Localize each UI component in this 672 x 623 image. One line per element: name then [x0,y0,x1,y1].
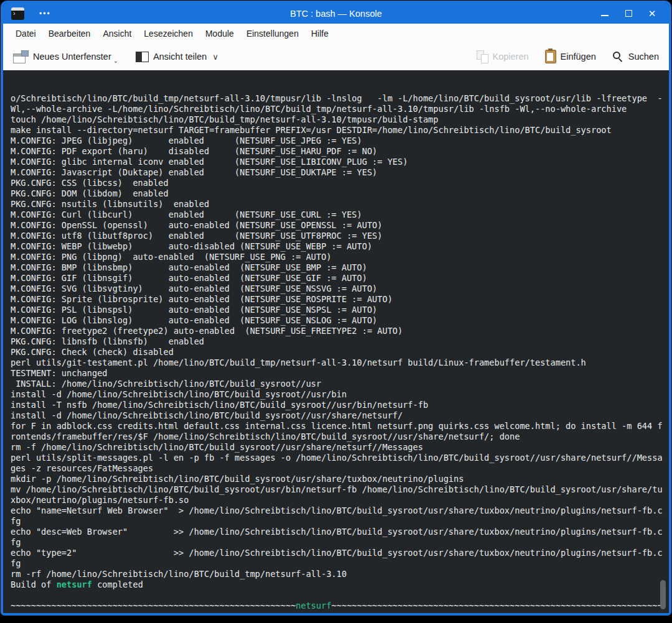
terminal-line: M.CONFIG: freetype2 (freetype2) auto-ena… [11,326,669,336]
terminal-line: PKG.CNFG: CSS (libcss) enabled [11,178,669,188]
terminal-line: Build of netsurf completed [11,579,669,590]
menu-item-bearbeiten[interactable]: Bearbeiten [42,25,97,42]
minimize-button[interactable] [598,7,612,21]
menu-item-hilfe[interactable]: Hilfe [305,25,335,42]
close-button[interactable]: ✕ [645,7,659,21]
terminal-line: M.CONFIG: Javascript (Duktape) enabled (… [11,167,669,178]
window-title: BTC : bash — Konsole [3,9,669,19]
menu-item-module[interactable]: Module [199,25,240,42]
terminal-line: ~~~~~~~~~~~~~~~~~~~~~~~~~~~~~~~~~~~~~~~~… [11,601,669,611]
terminal-line: rm -f /home/lino/Schreibtisch/lino/BTC/b… [11,442,669,453]
terminal-line: M.CONFIG: WEBP (libwebp) auto-disabled (… [11,241,669,252]
split-view-label: Ansicht teilen [153,52,207,62]
new-tab-button[interactable]: Neues Unterfenster ⌄ [13,50,118,64]
terminal-line: rm -rf /home/lino/Schreibtisch/lino/BTC/… [11,569,669,579]
terminal-line: install -d /home/lino/Schreibtisch/lino/… [11,410,669,421]
overflow-menu-icon[interactable]: ••• [39,9,51,18]
terminal-line: install -T nsfb /home/lino/Schreibtisch/… [11,400,669,410]
terminal-line: install -d /home/lino/Schreibtisch/lino/… [11,389,669,400]
terminal-line: PKG.CNFG: libnsfb (libnsfb) enabled [11,336,669,347]
terminal-line: M.CONFIG: BMP (libnsbmp) auto-enabled (N… [11,262,669,273]
terminal-line [11,611,669,613]
close-icon: ✕ [648,9,656,18]
paste-button[interactable]: Einfügen [545,50,596,63]
title-bar[interactable]: ••• BTC : bash — Konsole ✕ [3,3,669,24]
terminal-line: fg [11,537,669,548]
search-button[interactable]: Suchen [612,51,659,63]
terminal-line: M.CONFIG: PNG (libpng) auto-enabled (NET… [11,252,669,262]
terminal-line: M.CONFIG: SVG (libsvgtiny) auto-enabled … [11,284,669,294]
menu-bar: DateiBearbeitenAnsichtLesezeichenModuleE… [3,24,669,43]
terminal-line: o/Schreibtisch/lino/BTC/build_tmp/netsur… [11,93,669,104]
copy-label: Kopieren [493,52,529,62]
terminal-line: PKG.CNFG: DOM (libdom) enabled [11,188,669,199]
konsole-window: ••• BTC : bash — Konsole ✕ DateiBearbeit… [1,1,671,616]
menu-item-einstellungen[interactable]: Einstellungen [240,25,305,42]
terminal-line: M.CONFIG: PSL (libnspsl) auto-enabled (N… [11,305,669,315]
terminal-line: PKG.CNFG: Check (check) disabled [11,347,669,358]
terminal-line: M.CONFIG: OpenSSL (openssl) auto-enabled… [11,220,669,231]
terminal-line: rontends/framebuffer/res/$F /home/lino/S… [11,431,669,442]
terminal-line: M.CONFIG: LOG (libnslog) auto-enabled (N… [11,315,669,326]
terminal-output[interactable]: o/Schreibtisch/lino/BTC/build_tmp/netsur… [3,70,669,613]
terminal-lines: o/Schreibtisch/lino/BTC/build_tmp/netsur… [11,93,669,613]
terminal-line: INSTALL: /home/lino/Schreibtisch/lino/BT… [11,379,669,389]
terminal-line: touch /home/lino/Schreibtisch/lino/BTC/b… [11,114,669,125]
terminal-line [11,590,669,601]
terminal-line: for F in adblock.css credits.html defaul… [11,421,669,431]
scrollbar-handle[interactable] [660,580,666,609]
copy-button[interactable]: Kopieren [477,50,529,63]
terminal-line: M.CONFIG: PDF export (haru) disabled (NE… [11,146,669,157]
terminal-line: PKG.CNFG: nsutils (libnsutils) enabled [11,199,669,210]
terminal-line: Wl,--whole-archive -L/home/lino/Schreibt… [11,104,669,114]
terminal-line: M.CONFIG: Sprite (librosprite) auto-enab… [11,294,669,305]
paste-label: Einfügen [561,52,596,62]
terminal-line: M.CONFIG: Curl (libcurl) enabled (NETSUR… [11,210,669,220]
terminal-line: fg [11,558,669,569]
menu-item-ansicht[interactable]: Ansicht [96,25,138,42]
split-view-icon [136,52,149,62]
menu-item-datei[interactable]: Datei [9,25,42,42]
terminal-line: M.CONFIG: utf8 (libutf8proc) enabled (NE… [11,231,669,241]
terminal-line: fg [11,516,669,527]
copy-icon [477,50,488,63]
terminal-line: TESTMENT: unchanged [11,368,669,379]
terminal-line: perl utils/git-testament.pl /home/lino/B… [11,358,669,368]
terminal-line: M.CONFIG: GIF (libnsgif) auto-enabled (N… [11,273,669,284]
terminal-line: xbox/neutrino/plugins/netsurf-fb.so [11,495,669,505]
paste-icon [545,50,556,63]
toolbar: Neues Unterfenster ⌄ Ansicht teilen ∨ Ko… [3,43,669,70]
terminal-line: mkdir -p /home/lino/Schreibtisch/lino/BT… [11,474,669,484]
terminal-line: echo "desc=Web Browser" >> /home/lino/Sc… [11,527,669,537]
chevron-down-icon: ∨ [212,52,218,62]
maximize-button[interactable] [622,7,635,21]
caret-down-icon: ⌄ [113,57,118,64]
maximize-icon [625,10,632,17]
terminal-line: echo "name=Netsurf Web Browser" > /home/… [11,505,669,516]
terminal-line: M.CONFIG: glibc internal iconv enabled (… [11,157,669,167]
terminal-line: ges -z resources/FatMessages [11,463,669,474]
terminal-line: mv /home/lino/Schreibtisch/lino/BTC/buil… [11,484,669,495]
new-tab-label: Neues Unterfenster [33,52,111,62]
terminal-line: M.CONFIG: JPEG (libjpeg) enabled (NETSUR… [11,136,669,146]
split-view-button[interactable]: Ansicht teilen ∨ [136,52,218,62]
minimize-icon [601,15,609,16]
search-label: Suchen [628,52,659,62]
konsole-app-icon [11,7,24,20]
terminal-line: perl utils/split-messages.pl -l en -p fb… [11,453,669,463]
menu-item-lesezeichen[interactable]: Lesezeichen [138,25,199,42]
search-icon [612,51,624,63]
terminal-line: make install --directory=netsurf TARGET=… [11,125,669,136]
terminal-line: echo "type=2" >> /home/lino/Schreibtisch… [11,548,669,558]
new-tab-icon [13,50,29,63]
